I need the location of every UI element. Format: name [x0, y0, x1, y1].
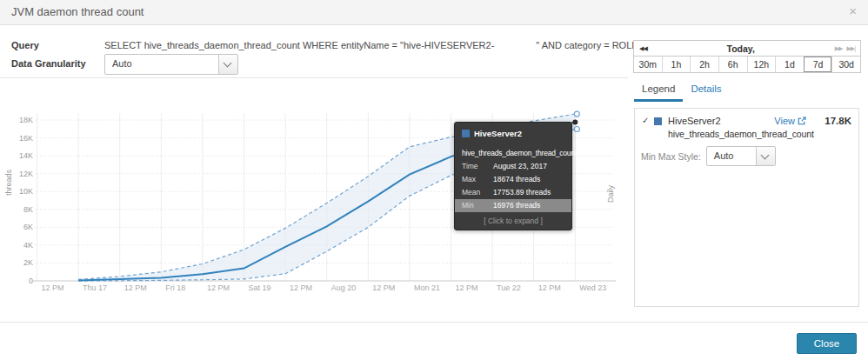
- x-tick-label: Fri 18: [165, 283, 185, 292]
- query-label: Query: [11, 40, 39, 50]
- y-tick-label: 18K: [19, 116, 33, 124]
- x-tick-label: Mon 21: [414, 283, 440, 292]
- time-range-button-1d[interactable]: 1d: [775, 57, 804, 72]
- query-text-part1: SELECT hive_threads_daemon_thread_count …: [104, 40, 494, 50]
- time-range-button-30d[interactable]: 30d: [831, 57, 860, 72]
- time-range-buttons: 30m1h2h6h12h1d7d30d: [634, 57, 860, 72]
- x-tick-label: Sat 19: [249, 283, 271, 292]
- tooltip-rows: TimeAugust 23, 2017Max18674 threadsMean1…: [455, 160, 571, 212]
- x-tick-label: Aug 20: [331, 283, 357, 292]
- tooltip-series-name: HiveServer2: [474, 129, 522, 138]
- series-swatch-icon: [654, 117, 662, 125]
- series-swatch-icon: [462, 130, 470, 137]
- chart-tooltip: HiveServer2 hive_threads_daemon_thread_c…: [454, 122, 572, 230]
- x-tick-label: Tue 22: [497, 283, 521, 292]
- y-tick-label: 4K: [23, 241, 33, 250]
- tooltip-row-min: Min16976 threads: [455, 199, 571, 212]
- x-tick-label: Wed 23: [579, 283, 606, 292]
- x-tick-label: 12 PM: [42, 283, 64, 292]
- chevron-down-icon[interactable]: [756, 147, 775, 165]
- time-forward-end-icon[interactable]: ▶▶|: [846, 45, 855, 52]
- chevron-down-icon[interactable]: [218, 55, 237, 74]
- time-forward-icon[interactable]: ▶▶: [835, 45, 843, 52]
- tooltip-row-max: Max18674 threads: [455, 173, 571, 186]
- x-tick-label: Thu 17: [83, 283, 107, 292]
- time-range-current-label: Today,: [647, 43, 835, 54]
- query-text-part2: " AND category = ROLE: [536, 40, 638, 50]
- y-tick-label: 14K: [19, 151, 33, 160]
- close-icon[interactable]: ×: [849, 4, 857, 18]
- section-divider: [0, 77, 628, 78]
- data-granularity-select[interactable]: Auto: [104, 54, 238, 75]
- external-link-icon: [798, 117, 806, 125]
- tooltip-row-mean: Mean17753.89 threads: [455, 186, 571, 199]
- time-range-button-6h[interactable]: 6h: [718, 57, 747, 72]
- y-tick-label: 12K: [19, 170, 33, 178]
- dialog-header: JVM daemon thread count ×: [0, 0, 868, 25]
- view-link[interactable]: View: [774, 116, 806, 126]
- minmax-style-row: Min Max Style: Auto: [635, 139, 858, 166]
- close-button[interactable]: Close: [797, 333, 857, 354]
- tooltip-expand-link[interactable]: [ Click to expand ]: [455, 212, 571, 227]
- time-range-button-7d[interactable]: 7d: [804, 57, 832, 72]
- chart-detail-dialog: JVM daemon thread count × Query SELECT h…: [0, 0, 868, 360]
- time-range-button-30m[interactable]: 30m: [634, 57, 662, 72]
- max-endpoint-marker: [574, 111, 579, 117]
- legend-details-tabs: Legend Details: [634, 80, 730, 102]
- tooltip-header: HiveServer2: [455, 129, 571, 138]
- legend-series-name: HiveServer2: [668, 116, 774, 126]
- legend-panel: ✓ HiveServer2 View 17.8K hive_threads_da…: [634, 108, 859, 307]
- time-range-button-1h[interactable]: 1h: [662, 57, 691, 72]
- minmax-style-label: Min Max Style:: [641, 151, 701, 162]
- right-axis-title: Daily: [606, 168, 615, 220]
- x-tick-label: 12 PM: [207, 283, 230, 292]
- data-granularity-label: Data Granularity: [11, 58, 86, 69]
- footer-divider: [0, 322, 868, 323]
- minmax-style-select[interactable]: Auto: [706, 146, 776, 166]
- y-tick-label: 16K: [19, 134, 33, 143]
- time-range-button-12h[interactable]: 12h: [747, 57, 776, 72]
- view-link-label: View: [774, 116, 795, 126]
- y-tick-label: 6K: [23, 223, 33, 231]
- query-text: SELECT hive_threads_daemon_thread_count …: [104, 40, 661, 50]
- tab-details[interactable]: Details: [683, 80, 729, 102]
- legend-current-value: 17.8K: [813, 116, 851, 126]
- tooltip-metric-name: hive_threads_daemon_thread_count: [455, 138, 571, 160]
- x-tick-label: 12 PM: [538, 283, 561, 292]
- time-range-button-2h[interactable]: 2h: [690, 57, 718, 72]
- tooltip-row-time: TimeAugust 23, 2017: [455, 160, 571, 173]
- series-visibility-check-icon[interactable]: ✓: [642, 116, 654, 125]
- legend-row: ✓ HiveServer2 View 17.8K: [635, 109, 858, 126]
- x-tick-label: 12 PM: [456, 283, 478, 292]
- y-tick-label: 2K: [23, 258, 33, 267]
- min-endpoint-marker: [574, 127, 579, 132]
- time-back-icon[interactable]: ◀◀: [639, 45, 647, 52]
- mean-endpoint-marker: [572, 120, 578, 125]
- time-range-header: ◀◀ Today, ▶▶ ▶▶|: [634, 41, 860, 57]
- y-axis-title: threads: [4, 157, 13, 209]
- x-tick-label: 12 PM: [290, 283, 312, 292]
- legend-metric-name: hive_threads_daemon_thread_count: [635, 126, 858, 139]
- x-tick-label: 12 PM: [372, 283, 395, 292]
- tab-legend[interactable]: Legend: [634, 80, 683, 102]
- y-tick-label: 8K: [23, 205, 33, 214]
- dialog-title: JVM daemon thread count: [0, 0, 868, 24]
- y-tick-label: 10K: [19, 187, 33, 196]
- x-tick-label: 12 PM: [124, 283, 147, 292]
- time-range-selector: ◀◀ Today, ▶▶ ▶▶| 30m1h2h6h12h1d7d30d: [633, 40, 861, 73]
